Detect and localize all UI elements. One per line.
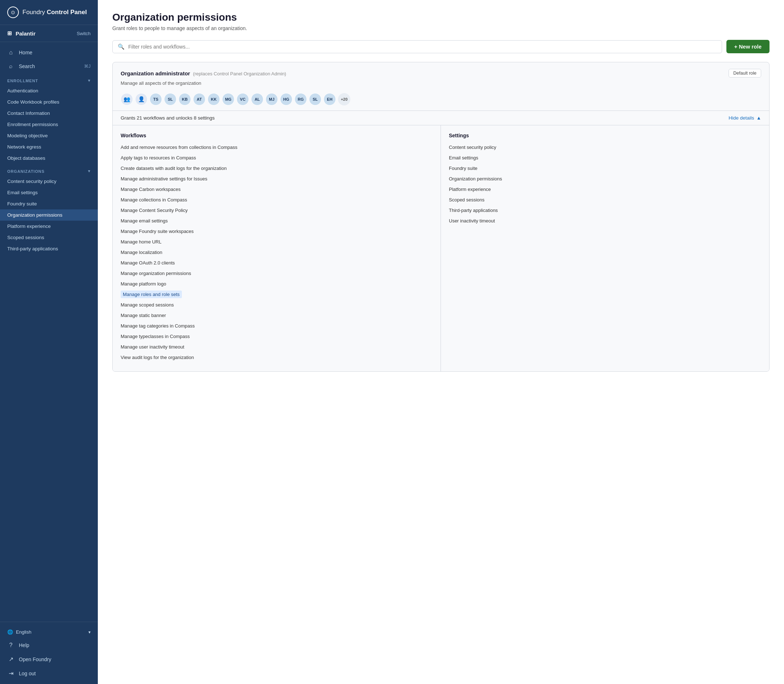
hide-details-button[interactable]: Hide details ▲ [729,115,761,121]
workflow-item-19: Manage typeclasses in Compass [121,332,432,340]
avatar-vc: VC [237,93,249,105]
enrollment-section-header: ENROLLMENT ▾ [0,73,98,85]
organizations-chevron-icon: ▾ [88,169,90,174]
role-members: 👥 👤 TS SL KB AT KK MG VC AL MJ HG RG SL … [113,90,769,110]
default-role-badge: Default role [729,69,761,77]
avatar-more: +20 [338,93,350,105]
foundry-logo-icon: ⊙ [7,6,19,18]
toolbar: 🔍 + New role [112,40,769,53]
search-box: 🔍 [112,40,722,53]
new-role-button[interactable]: + New role [726,40,769,53]
setting-item-5: Platform experience [449,186,761,193]
workflow-item-13: Manage organization permissions [121,269,432,277]
language-selector[interactable]: 🌐 English ▾ [0,626,98,638]
nav-item-help[interactable]: ? Help [0,638,98,652]
sidebar-item-contact-information[interactable]: Contact Information [0,108,98,119]
sidebar-item-email-settings[interactable]: Email settings [0,187,98,198]
sidebar-item-enrollment-permissions[interactable]: Enrollment permissions [0,119,98,130]
palantir-label: ⊞ Palantir [7,30,35,37]
palantir-grid-icon: ⊞ [7,30,12,37]
sidebar-item-organization-permissions[interactable]: Organization permissions [0,210,98,221]
avatar-al: AL [251,93,263,105]
search-input[interactable] [128,44,716,50]
workflows-title: Workflows [121,132,432,139]
setting-item-2: Email settings [449,154,761,161]
settings-column: Settings Content security policy Email s… [441,125,769,371]
search-icon: 🔍 [118,44,125,50]
page-title: Organization permissions [112,11,769,23]
workflow-item-11: Manage localization [121,248,432,256]
nav-item-log-out[interactable]: ⇥ Log out [0,666,98,681]
workflow-item-15-highlighted: Manage roles and role sets [121,290,182,298]
workflow-item-20: Manage user inactivity timeout [121,343,432,351]
nav-item-home[interactable]: ⌂ Home [0,46,98,60]
workflow-item-3: Create datasets with audit logs for the … [121,165,432,172]
sidebar-item-code-workbook-profiles[interactable]: Code Workbook profiles [0,96,98,108]
workflows-column: Workflows Add and remove resources from … [113,125,441,371]
workflow-item-6: Manage collections in Compass [121,196,432,203]
setting-item-6: Scoped sessions [449,196,761,203]
role-title: Organization administrator [121,70,190,76]
avatar-at: AT [193,93,205,105]
workflow-item-2: Apply tags to resources in Compass [121,154,432,161]
sidebar-item-scoped-sessions[interactable]: Scoped sessions [0,232,98,243]
avatar-kb: KB [179,93,191,105]
language-chevron-icon: ▾ [89,630,90,635]
sidebar-footer: 🌐 English ▾ ? Help ↗ Open Foundry ⇥ Log … [0,622,98,684]
avatar-kk: KK [208,93,220,105]
home-icon: ⌂ [7,49,15,56]
sidebar-item-third-party-applications[interactable]: Third-party applications [0,243,98,254]
role-card: Organization administrator (replaces Con… [112,62,769,372]
nav-item-search[interactable]: ⌕ Search ⌘J [0,60,98,73]
search-shortcut: ⌘J [84,64,90,69]
sidebar-item-network-egress[interactable]: Network egress [0,141,98,153]
sidebar-logo: ⊙ Foundry Control Panel [0,0,98,25]
avatar-sl-2: SL [309,93,321,105]
globe-icon: 🌐 [7,629,13,635]
workflow-item-12: Manage OAuth 2.0 clients [121,259,432,267]
nav-item-open-foundry[interactable]: ↗ Open Foundry [0,652,98,666]
enrollment-chevron-icon: ▾ [88,78,90,83]
role-details: Workflows Add and remove resources from … [113,125,769,371]
avatar-group-2: 👤 [135,93,147,105]
sidebar-item-authentication[interactable]: Authentication [0,85,98,96]
help-icon: ? [7,642,15,649]
workflow-item-16: Manage scoped sessions [121,301,432,309]
sidebar-item-foundry-suite[interactable]: Foundry suite [0,198,98,210]
role-title-suffix: (replaces Control Panel Organization Adm… [193,71,286,76]
sidebar-item-object-databases[interactable]: Object databases [0,153,98,164]
workflow-item-1: Add and remove resources from collection… [121,144,432,151]
workflow-item-4: Manage administrative settings for Issue… [121,175,432,182]
role-description: Manage all aspects of the organization [113,80,769,90]
open-foundry-icon: ↗ [7,656,15,663]
role-summary-text: Grants 21 workflows and unlocks 8 settin… [121,115,215,121]
workflow-item-21: View audit logs for the organization [121,353,432,361]
role-header: Organization administrator (replaces Con… [113,62,769,80]
workflow-item-8: Manage email settings [121,217,432,224]
organizations-section-header: ORGANIZATIONS ▾ [0,164,98,176]
sidebar-app-name: Foundry Control Panel [23,9,87,16]
avatar-ts: TS [150,93,162,105]
sidebar-item-modeling-objective[interactable]: Modeling objective [0,130,98,141]
role-summary-bar: Grants 21 workflows and unlocks 8 settin… [113,110,769,125]
main-content: Organization permissions Grant roles to … [98,0,784,684]
search-nav-icon: ⌕ [7,63,15,69]
sidebar-item-platform-experience[interactable]: Platform experience [0,221,98,232]
setting-item-8: User inactivity timeout [449,217,761,224]
avatar-hg: HG [280,93,292,105]
settings-title: Settings [449,132,761,139]
switch-button[interactable]: Switch [77,31,90,36]
workflow-item-5: Manage Carbon workspaces [121,186,432,193]
role-title-row: Organization administrator (replaces Con… [121,70,286,76]
avatar-group-1: 👥 [121,93,133,105]
palantir-row: ⊞ Palantir Switch [0,25,98,42]
avatar-mj: MJ [266,93,278,105]
workflow-item-18: Manage tag categories in Compass [121,322,432,330]
log-out-icon: ⇥ [7,670,15,677]
sidebar: ⊙ Foundry Control Panel ⊞ Palantir Switc… [0,0,98,684]
sidebar-item-content-security-policy[interactable]: Content security policy [0,176,98,187]
workflow-item-7: Manage Content Security Policy [121,206,432,214]
setting-item-3: Foundry suite [449,165,761,172]
workflow-item-14: Manage platform logo [121,280,432,288]
page-subtitle: Grant roles to people to manage aspects … [112,25,769,31]
